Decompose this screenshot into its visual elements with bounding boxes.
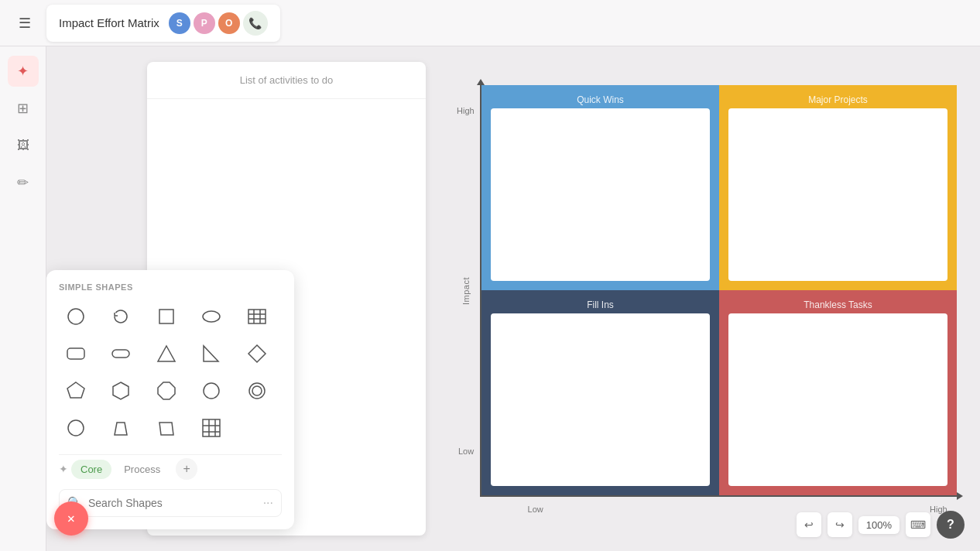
- fab-icon: +: [62, 509, 81, 529]
- svg-rect-8: [67, 348, 84, 359]
- avatar-pink: P: [194, 12, 215, 34]
- y-axis-label: Impact: [461, 277, 471, 305]
- fill-ins-label: Fill Ins: [587, 299, 614, 310]
- phone-icon: 📞: [248, 17, 262, 29]
- avatar-orange: O: [218, 12, 240, 34]
- ellipse-shape[interactable]: [194, 299, 228, 334]
- octagon-shape[interactable]: [149, 374, 183, 408]
- svg-rect-22: [203, 419, 220, 436]
- shapes-panel: SIMPLE SHAPES: [46, 270, 294, 529]
- avatar-group: S P O 📞: [169, 11, 268, 36]
- add-icon: +: [183, 462, 190, 476]
- tab-process[interactable]: Process: [115, 460, 170, 479]
- x-axis: [480, 495, 957, 497]
- redo-button[interactable]: ↪: [828, 512, 852, 537]
- svg-marker-11: [204, 346, 218, 361]
- quick-wins-label: Quick Wins: [577, 94, 624, 105]
- svg-point-0: [68, 309, 84, 324]
- document-title: Impact Effort Matrix: [59, 16, 159, 29]
- circle-shape[interactable]: [59, 299, 93, 334]
- shape-library-tabs: ✦ Core Process +: [59, 454, 282, 480]
- keyboard-icon: ⌨: [910, 518, 926, 531]
- grid-shape[interactable]: [194, 411, 228, 445]
- svg-marker-12: [248, 345, 266, 362]
- phone-button[interactable]: 📞: [243, 11, 268, 36]
- svg-marker-21: [159, 423, 173, 435]
- shapes-grid: [59, 299, 282, 445]
- thankless-tasks-label: Thankless Tasks: [804, 299, 872, 310]
- fab-button[interactable]: +: [54, 501, 88, 536]
- help-button[interactable]: ?: [937, 511, 965, 539]
- menu-button[interactable]: ☰: [12, 11, 37, 36]
- left-sidebar: ✦ ⊞ 🖼 ✏: [0, 46, 46, 551]
- pentagon-shape[interactable]: [59, 374, 93, 408]
- header: ☰ Impact Effort Matrix S P O 📞: [0, 0, 980, 46]
- svg-point-17: [249, 383, 265, 399]
- refresh-shape[interactable]: [104, 299, 138, 334]
- svg-rect-9: [112, 350, 129, 358]
- x-low-label: Low: [528, 505, 543, 514]
- add-library-button[interactable]: +: [176, 458, 197, 480]
- shapes-tool-button[interactable]: ✦: [8, 56, 39, 87]
- matrix-chart: Impact High Low Low High Quick Wins Majo…: [480, 85, 957, 497]
- image-tool-button[interactable]: 🖼: [8, 130, 39, 161]
- major-projects-label: Major Projects: [808, 94, 868, 105]
- svg-rect-3: [248, 310, 266, 323]
- quick-wins-inner: [491, 108, 710, 281]
- circle3-shape[interactable]: [240, 374, 274, 408]
- triangle-shape[interactable]: [149, 337, 183, 371]
- draw-icon: ✏: [17, 174, 29, 191]
- rounded-rect-shape[interactable]: [59, 337, 93, 371]
- x-axis-arrow: [957, 492, 963, 500]
- svg-point-18: [252, 386, 262, 395]
- matrix-area: Impact High Low Low High Quick Wins Majo…: [449, 70, 965, 520]
- svg-marker-13: [67, 382, 84, 398]
- table-shape[interactable]: [240, 299, 274, 334]
- svg-point-2: [203, 311, 220, 322]
- menu-icon: ☰: [19, 15, 31, 32]
- tab-core[interactable]: Core: [71, 460, 111, 479]
- quick-wins-quadrant: Quick Wins: [481, 85, 719, 290]
- search-shapes-bar: 🔍 ···: [59, 489, 282, 517]
- diamond-shape[interactable]: [240, 337, 274, 371]
- help-icon: ?: [947, 518, 954, 532]
- title-bar: Impact Effort Matrix S P O 📞: [46, 5, 280, 42]
- svg-point-19: [68, 420, 84, 436]
- svg-point-16: [204, 383, 219, 399]
- svg-marker-20: [115, 423, 127, 435]
- circle2-shape[interactable]: [194, 374, 228, 408]
- circle4-shape[interactable]: [59, 411, 93, 445]
- frame-tool-button[interactable]: ⊞: [8, 93, 39, 124]
- draw-tool-button[interactable]: ✏: [8, 167, 39, 198]
- hexagon-shape[interactable]: [104, 374, 138, 408]
- undo-icon: ↩: [804, 518, 814, 531]
- tab-core-label: Core: [81, 464, 102, 475]
- parallelogram-shape[interactable]: [149, 411, 183, 445]
- right-triangle-shape[interactable]: [194, 337, 228, 371]
- list-panel-header: List of activities to do: [147, 62, 426, 99]
- trapezoid-shape[interactable]: [104, 411, 138, 445]
- simple-shapes-title: SIMPLE SHAPES: [59, 282, 282, 292]
- y-axis-arrow: [477, 79, 485, 85]
- keyboard-button[interactable]: ⌨: [906, 512, 930, 537]
- svg-marker-15: [158, 382, 175, 399]
- major-projects-inner: [728, 108, 947, 281]
- y-low-label: Low: [458, 447, 474, 456]
- square-shape[interactable]: [149, 299, 183, 334]
- major-projects-quadrant: Major Projects: [719, 85, 957, 290]
- frame-icon: ⊞: [17, 100, 29, 117]
- search-more-icon[interactable]: ···: [263, 496, 273, 510]
- redo-icon: ↪: [835, 518, 845, 531]
- thankless-tasks-inner: [728, 313, 947, 486]
- bottom-toolbar: ↩ ↪ 100% ⌨ ?: [797, 511, 965, 539]
- tab-icon: ✦: [59, 463, 68, 475]
- undo-button[interactable]: ↩: [797, 512, 821, 537]
- tab-process-label: Process: [124, 464, 160, 475]
- shapes-icon: ✦: [17, 63, 29, 80]
- svg-marker-14: [113, 382, 128, 399]
- quadrants: Quick Wins Major Projects Fill Ins Thank…: [481, 85, 957, 495]
- svg-rect-1: [159, 310, 173, 323]
- image-icon: 🖼: [17, 139, 29, 152]
- search-shapes-input[interactable]: [88, 497, 257, 509]
- pill-shape[interactable]: [104, 337, 138, 371]
